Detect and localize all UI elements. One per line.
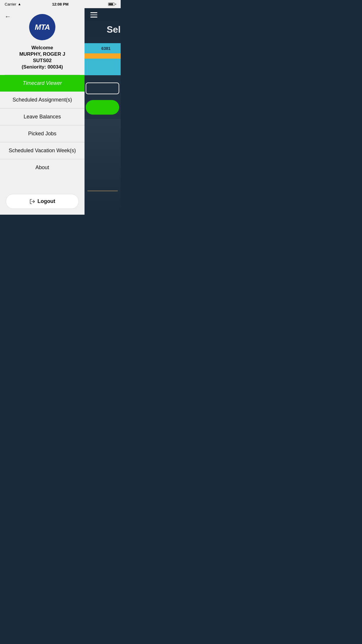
bus-interior xyxy=(85,119,121,215)
menu-item-scheduled-assignments[interactable]: Scheduled Assignment(s) xyxy=(0,92,85,108)
sel-text: Sel xyxy=(107,24,121,35)
battery-fill xyxy=(109,3,113,5)
menu-item-about[interactable]: About xyxy=(0,159,85,176)
user-info: Welcome MURPHY, ROGER J SUTS02 (Seniorit… xyxy=(0,45,85,75)
carrier-wifi: Carrier ▲ xyxy=(5,2,21,6)
bus-rail xyxy=(87,190,118,191)
hamburger-line-3 xyxy=(90,17,97,18)
logout-icon xyxy=(29,199,35,204)
user-seniority: (Seniority: 00034) xyxy=(6,64,79,70)
hamburger-line-1 xyxy=(90,12,97,13)
status-time: 12:08 PM xyxy=(52,2,68,6)
status-bar: Carrier ▲ 12:08 PM xyxy=(0,0,121,8)
menu-item-picked-jobs[interactable]: Picked Jobs xyxy=(0,125,85,142)
menu-spacer xyxy=(0,176,85,188)
input-outline xyxy=(86,83,119,94)
carrier-label: Carrier xyxy=(5,2,16,6)
menu-item-timecard[interactable]: Timecard Viewer xyxy=(0,75,85,92)
menu-item-scheduled-vacation[interactable]: Scheduled Vacation Week(s) xyxy=(0,142,85,159)
wifi-icon: ▲ xyxy=(18,2,21,6)
logo-area: MTA xyxy=(0,8,85,45)
welcome-label: Welcome xyxy=(6,45,79,51)
main-container: ← MTA Welcome MURPHY, ROGER J SUTS02 (Se… xyxy=(0,8,121,215)
user-dept: SUTS02 xyxy=(6,58,79,64)
right-panel: Sel 6381 xyxy=(85,8,121,215)
drawer-panel: ← MTA Welcome MURPHY, ROGER J SUTS02 (Se… xyxy=(0,8,85,215)
back-button[interactable]: ← xyxy=(5,13,11,20)
mta-logo: MTA xyxy=(29,14,55,40)
menu-item-leave-balances[interactable]: Leave Balances xyxy=(0,108,85,125)
bus-number: 6381 xyxy=(101,46,110,51)
battery-body xyxy=(108,3,115,6)
logout-button[interactable]: Logout xyxy=(6,194,79,209)
logout-area: Logout xyxy=(0,188,85,215)
mta-logo-text: MTA xyxy=(35,23,50,31)
green-button-shape xyxy=(86,100,119,115)
bus-stripe xyxy=(85,53,121,59)
hamburger-line-2 xyxy=(90,15,97,15)
user-name: MURPHY, ROGER J xyxy=(6,51,79,57)
battery-tip xyxy=(115,4,116,5)
bus-background: 6381 xyxy=(85,37,121,215)
hamburger-button[interactable] xyxy=(90,12,97,18)
menu-list: Timecard Viewer Scheduled Assignment(s) … xyxy=(0,75,85,176)
battery-icon xyxy=(108,3,116,6)
logout-label: Logout xyxy=(38,198,55,204)
